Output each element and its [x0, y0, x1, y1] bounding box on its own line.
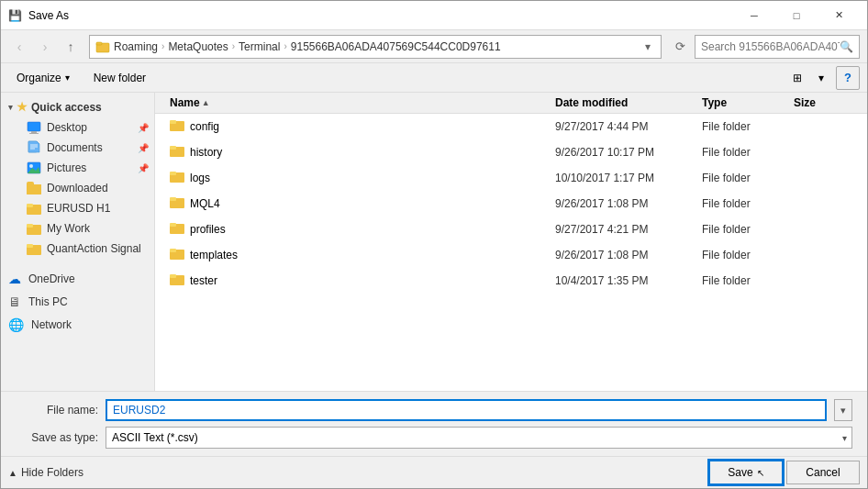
search-box[interactable]: 🔍 — [695, 35, 860, 59]
sidebar-item-mywork[interactable]: My Work — [1, 218, 154, 239]
file-size — [786, 278, 860, 283]
table-row[interactable]: config 9/27/2017 4:44 PM File folder — [155, 114, 867, 139]
file-name: tester — [190, 274, 217, 287]
file-type: File folder — [695, 246, 786, 264]
file-size — [786, 252, 860, 258]
file-type: File folder — [695, 143, 786, 161]
table-row[interactable]: logs 10/10/2017 1:17 PM File folder — [155, 165, 867, 191]
address-bar-icon — [95, 39, 110, 54]
col-name-header[interactable]: Name ▲ — [162, 93, 548, 113]
sidebar-item-pictures[interactable]: Pictures 📌 — [1, 158, 154, 178]
breadcrumb-folder[interactable]: 915566BA06ADA407569C544CC0D97611 — [291, 40, 501, 53]
svg-rect-23 — [27, 224, 33, 228]
file-name: MQL4 — [190, 197, 220, 210]
sidebar-item-onedrive[interactable]: ☁ OneDrive — [1, 266, 154, 289]
organize-chevron: ▾ — [65, 72, 70, 83]
svg-rect-19 — [27, 183, 33, 187]
filename-input[interactable] — [106, 399, 827, 421]
filename-row: File name: ▾ — [16, 399, 852, 421]
table-row[interactable]: tester 10/4/2017 1:35 PM File folder — [155, 268, 867, 294]
view-dropdown-button[interactable]: ▾ — [810, 67, 832, 89]
svg-rect-37 — [170, 249, 176, 252]
hide-folders-label: Hide Folders — [21, 466, 83, 479]
breadcrumb-metaquotes[interactable]: MetaQuotes — [168, 40, 228, 53]
filetype-select[interactable]: ASCII Text (*.csv) — [106, 427, 852, 449]
breadcrumb-terminal[interactable]: Terminal — [239, 40, 280, 53]
address-toolbar: ‹ › ↑ Roaming › MetaQuotes › Terminal › … — [1, 30, 867, 63]
folder-icon — [170, 195, 184, 211]
sidebar-item-desktop[interactable]: Desktop 📌 — [1, 117, 154, 138]
svg-rect-27 — [170, 120, 176, 124]
sidebar-item-eurusd[interactable]: EURUSD H1 — [1, 198, 154, 218]
cancel-button[interactable]: Cancel — [786, 461, 860, 484]
file-size — [786, 175, 860, 181]
up-button[interactable]: ↑ — [60, 36, 82, 58]
refresh-button[interactable]: ⟳ — [669, 36, 691, 58]
folder-icon — [170, 144, 184, 160]
sidebar-item-quantaction[interactable]: QuantAction Signal — [1, 239, 154, 259]
table-row[interactable]: templates 9/26/2017 1:08 PM File folder — [155, 242, 867, 268]
file-modified: 9/26/2017 10:17 PM — [548, 143, 695, 161]
view-button[interactable]: ⊞ — [786, 67, 808, 89]
svg-rect-4 — [29, 133, 39, 134]
back-button[interactable]: ‹ — [8, 36, 30, 58]
folder-icon — [170, 170, 184, 185]
bottom-bar: File name: ▾ Save as type: ASCII Text (*… — [1, 391, 867, 456]
sidebar-item-thispc[interactable]: 🖥 This PC — [1, 289, 154, 312]
address-dropdown[interactable]: ▾ — [640, 36, 655, 58]
quick-access-header[interactable]: ▾ ★ Quick access — [1, 96, 154, 117]
breadcrumb: Roaming › MetaQuotes › Terminal › 915566… — [114, 40, 637, 53]
title-icon: 💾 — [8, 8, 23, 23]
organize-button[interactable]: Organize ▾ — [8, 67, 78, 89]
svg-rect-35 — [170, 223, 176, 227]
folder-icon — [170, 247, 184, 262]
sidebar-item-downloaded[interactable]: Downloaded — [1, 178, 154, 198]
quick-access-chevron: ▾ — [8, 103, 13, 112]
filetype-label: Save as type: — [16, 431, 98, 444]
pictures-label: Pictures — [47, 161, 86, 174]
table-row[interactable]: MQL4 9/26/2017 1:08 PM File folder — [155, 191, 867, 217]
close-button[interactable]: ✕ — [818, 1, 860, 30]
hide-folders-button[interactable]: ▲ Hide Folders — [8, 466, 83, 479]
thispc-label: This PC — [28, 295, 68, 308]
file-modified: 10/10/2017 1:17 PM — [548, 169, 695, 187]
sidebar: ▾ ★ Quick access Desktop 📌 — [1, 93, 155, 391]
network-label: Network — [31, 318, 72, 331]
address-bar[interactable]: Roaming › MetaQuotes › Terminal › 915566… — [89, 35, 662, 59]
col-type-header[interactable]: Type — [695, 93, 786, 113]
star-icon: ★ — [17, 100, 28, 114]
svg-rect-3 — [31, 131, 37, 133]
file-modified: 9/26/2017 1:08 PM — [548, 246, 695, 264]
save-button[interactable]: Save ↖ — [709, 461, 783, 484]
onedrive-label: OneDrive — [28, 272, 75, 285]
file-area: Name ▲ Date modified Type Size — [155, 93, 867, 391]
new-folder-button[interactable]: New folder — [85, 67, 154, 89]
filetype-select-wrapper[interactable]: ASCII Text (*.csv) ▾ — [106, 427, 852, 449]
table-row[interactable]: profiles 9/27/2017 4:21 PM File folder — [155, 217, 867, 242]
table-row[interactable]: history 9/26/2017 10:17 PM File folder — [155, 139, 867, 165]
organize-label: Organize — [17, 72, 61, 84]
col-size-header[interactable]: Size — [786, 93, 860, 113]
file-name: logs — [190, 172, 210, 184]
col-modified-header[interactable]: Date modified — [548, 93, 695, 113]
file-type: File folder — [695, 272, 786, 290]
file-name: templates — [190, 249, 238, 261]
minimize-button[interactable]: ─ — [733, 1, 775, 30]
desktop-icon — [27, 120, 41, 135]
svg-rect-18 — [27, 184, 33, 188]
file-name: profiles — [190, 223, 226, 236]
filename-label: File name: — [16, 404, 98, 417]
file-type: File folder — [695, 117, 786, 136]
quantaction-icon — [27, 241, 41, 256]
maximize-button[interactable]: □ — [775, 1, 818, 30]
search-input[interactable] — [701, 40, 840, 53]
help-button[interactable]: ? — [836, 66, 860, 90]
sidebar-item-network[interactable]: 🌐 Network — [1, 312, 154, 335]
svg-rect-21 — [27, 204, 33, 207]
eurusd-label: EURUSD H1 — [47, 202, 110, 215]
quantaction-label: QuantAction Signal — [47, 242, 141, 255]
forward-button[interactable]: › — [34, 36, 56, 58]
breadcrumb-roaming[interactable]: Roaming — [114, 40, 158, 53]
network-icon: 🌐 — [8, 317, 24, 332]
sidebar-item-documents[interactable]: Documents 📌 — [1, 138, 154, 158]
